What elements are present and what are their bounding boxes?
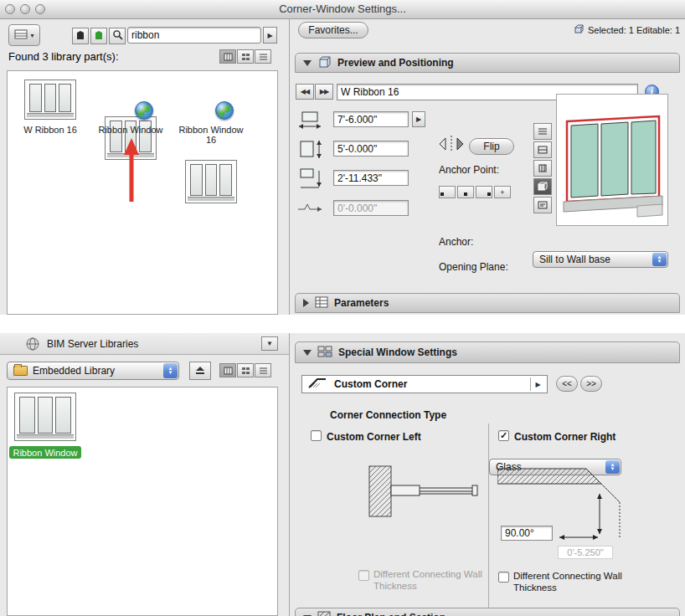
corner-angle-field[interactable]	[501, 526, 553, 541]
chevron-down-icon: ▾	[30, 32, 33, 39]
width-field[interactable]	[333, 111, 409, 127]
preview-positioning-title: Preview and Positioning	[337, 57, 454, 69]
window-3d-preview[interactable]	[556, 94, 668, 226]
special-window-settings-title: Special Window Settings	[338, 346, 457, 358]
library-item-label[interactable]: Ribbon Window	[91, 125, 170, 135]
floor-plan-section-title: Floor Plan and Section	[337, 612, 446, 616]
width-options-button[interactable]: ▶	[412, 111, 425, 127]
red-pointer-arrow-icon	[121, 136, 142, 208]
search-go-button[interactable]: ▶	[263, 27, 277, 44]
custom-corner-left-label[interactable]: Custom Corner Left	[327, 431, 421, 443]
elevation-mode-icon	[538, 161, 548, 176]
large-icon-view-icon	[224, 49, 233, 64]
level-offset-field	[333, 200, 409, 216]
library-item-thumbnail[interactable]	[185, 160, 237, 203]
special-settings-panel-icon	[317, 345, 332, 360]
diff-wall-thickness-right-checkbox[interactable]	[498, 572, 509, 583]
library-part-green-icon	[94, 28, 104, 44]
libraries-collapse-button[interactable]: ▼	[261, 336, 278, 351]
floor-plan-section-header[interactable]: Floor Plan and Section	[295, 608, 680, 616]
bim-server-globe-icon	[135, 101, 153, 120]
bim-server-globe-icon	[215, 101, 234, 120]
flip-button[interactable]: Flip	[469, 138, 514, 155]
load-library-button[interactable]	[72, 28, 89, 44]
section-divider	[488, 424, 489, 616]
corner-window-settings-dialog: Corner-Window Settings... ▾ ▶ Found 3 li…	[0, 0, 685, 616]
diff-wall-thickness-right-label[interactable]: Different Connecting Wall Thickness	[513, 570, 631, 593]
anchor-point-left-button[interactable]	[439, 186, 456, 198]
view-large-icons-button[interactable]	[219, 49, 236, 64]
anchor-label: Anchor:	[439, 236, 473, 248]
anchor-point-center-button[interactable]	[457, 186, 474, 198]
library-item-label[interactable]: Ribbon Window 16	[177, 125, 245, 145]
preview-mode-info-button[interactable]	[533, 197, 552, 213]
view-large-icons-button[interactable]	[219, 363, 236, 377]
notes-mode-icon	[538, 198, 548, 213]
view-grid-button[interactable]	[237, 49, 254, 64]
library-item-label[interactable]: W Ribbon 16	[9, 125, 91, 135]
custom-corner-left-checkbox[interactable]	[311, 430, 322, 441]
library-part-icon	[75, 28, 85, 44]
previous-item-button[interactable]: ◀◀	[296, 84, 314, 100]
view-list-button[interactable]	[255, 363, 271, 377]
next-item-button[interactable]: ▶▶	[315, 84, 333, 100]
custom-corner-right-checkbox[interactable]: ✓	[498, 430, 509, 441]
next-corner-button[interactable]: >>	[580, 376, 602, 392]
search-icon	[112, 28, 123, 44]
grid-view-icon	[241, 363, 250, 378]
popup-arrows-icon: ▲▼	[652, 253, 667, 266]
preview-positioning-header[interactable]: Preview and Positioning	[295, 53, 680, 73]
search-input[interactable]	[127, 27, 261, 44]
preview-mode-plan-button[interactable]	[533, 141, 552, 158]
anchor-point-right-button[interactable]	[476, 186, 492, 198]
found-parts-label: Found 3 library part(s):	[8, 50, 119, 63]
library-view-popup-button[interactable]: ▾	[8, 24, 40, 46]
list-layout-icon	[14, 29, 28, 42]
double-right-arrow-icon: ▶▶	[320, 89, 328, 95]
parameters-panel-icon	[315, 296, 328, 311]
window-preview-image	[557, 95, 667, 225]
large-icon-view-icon	[224, 363, 233, 378]
custom-corner-icon	[307, 376, 327, 393]
disclosure-triangle-icon	[303, 299, 309, 307]
anchor-point-label: Anchor Point:	[439, 164, 499, 176]
anchor-point-custom-button[interactable]: +	[494, 186, 511, 198]
new-library-part-button[interactable]	[90, 28, 107, 44]
library-item-thumbnail[interactable]	[24, 80, 76, 120]
plan-mode-icon	[538, 142, 548, 157]
height-field[interactable]	[333, 141, 409, 157]
corner-left-diagram	[368, 464, 479, 524]
view-list-button[interactable]	[255, 49, 271, 64]
play-arrow-icon: ▶	[416, 116, 421, 123]
embedded-library-list: Ribbon Window	[7, 387, 278, 616]
grid-view-icon	[241, 49, 250, 64]
corner-connection-type-label: Corner Connection Type	[330, 409, 446, 421]
library-up-button[interactable]	[189, 362, 211, 380]
window-titlebar: Corner-Window Settings...	[0, 0, 685, 19]
custom-corner-right-label[interactable]: Custom Corner Right	[514, 431, 615, 443]
search-results-panel: W Ribbon 16 Ribbon Window Ribbon Window …	[7, 70, 278, 315]
selected-library-item-label[interactable]: Ribbon Window	[9, 446, 81, 459]
special-window-settings-header[interactable]: Special Window Settings	[295, 341, 680, 363]
sill-height-field[interactable]	[333, 170, 409, 186]
selected-library-item-thumbnail[interactable]	[14, 393, 76, 441]
preview-mode-list-button[interactable]	[533, 123, 552, 140]
window-title: Corner-Window Settings...	[0, 3, 685, 15]
selection-cube-icon	[574, 23, 584, 38]
bim-server-libraries-row[interactable]: BIM Server Libraries ▼	[0, 333, 289, 355]
preview-mode-elevation-button[interactable]	[533, 160, 552, 177]
embedded-library-popup[interactable]: Embedded Library ▲▼	[7, 362, 179, 380]
parameters-title: Parameters	[334, 297, 389, 309]
favorites-button[interactable]: Favorites...	[298, 22, 368, 38]
anchor-popup[interactable]: Sill to Wall base ▲▼	[533, 251, 668, 268]
search-mode-button[interactable]	[109, 28, 126, 44]
preview-mode-3d-button[interactable]	[533, 178, 552, 195]
list-mode-icon	[538, 124, 548, 139]
view-grid-button[interactable]	[237, 363, 254, 377]
list-view-icon	[259, 49, 268, 64]
previous-corner-button[interactable]: <<	[556, 376, 578, 392]
custom-corner-selector[interactable]: Custom Corner ▶	[301, 375, 548, 393]
diff-wall-thickness-left-checkbox	[358, 570, 369, 581]
double-left-arrow-icon: ◀◀	[301, 89, 309, 95]
parameters-header[interactable]: Parameters	[295, 293, 680, 313]
